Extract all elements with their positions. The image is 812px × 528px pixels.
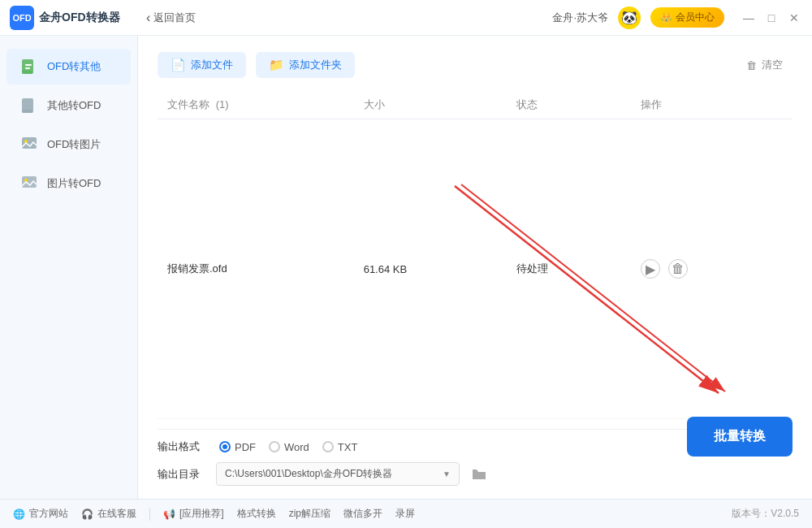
- version-label: 版本号：V2.0.5: [732, 507, 799, 521]
- radio-word[interactable]: [269, 441, 280, 452]
- add-folder-label: 添加文件夹: [289, 58, 342, 72]
- official-site-label: 官方网站: [29, 507, 68, 521]
- file-table: 文件名称 (1) 大小 状态 操作 报销发票.ofd 61.64 KB 待处理: [158, 91, 793, 419]
- content-area: 📄 添加文件 📁 添加文件夹 🗑 清空 文件名称 (1): [138, 36, 812, 499]
- table-header-row: 文件名称 (1) 大小 状态 操作: [158, 91, 793, 119]
- path-input[interactable]: C:\Users\001\Desktop\金舟OFD转换器 ▼: [216, 462, 460, 486]
- svg-text:OFD: OFD: [22, 70, 32, 75]
- back-button[interactable]: ‹ 返回首页: [140, 7, 202, 28]
- action-icons: ▶ 🗑: [641, 259, 783, 279]
- globe-icon: 🌐: [13, 509, 25, 520]
- logo-icon: OFD: [10, 6, 34, 30]
- footer-online-service[interactable]: 🎧 在线客服: [81, 507, 136, 521]
- file-name-cell: 报销发票.ofd: [158, 119, 354, 419]
- app-title: 金舟OFD转换器: [39, 11, 120, 25]
- back-arrow-icon: ‹: [146, 11, 150, 25]
- sidebar-item-other-to-ofd[interactable]: OFD 其他转OFD: [6, 88, 131, 123]
- zip-label: zip解压缩: [289, 507, 330, 521]
- path-text: C:\Users\001\Desktop\金舟OFD转换器: [225, 467, 392, 481]
- online-service-label: 在线客服: [97, 507, 136, 521]
- divider: [149, 508, 150, 521]
- trash-icon: 🗑: [746, 59, 757, 71]
- output-label: 输出目录: [158, 467, 206, 482]
- col-header-status: 状态: [507, 91, 631, 119]
- clear-label: 清空: [762, 58, 783, 72]
- radio-txt[interactable]: [322, 441, 334, 452]
- svg-rect-2: [25, 67, 30, 69]
- main-layout: OFD OFD转其他 OFD 其他转OFD OFD转图片: [0, 36, 812, 499]
- col-header-actions: 操作: [631, 91, 793, 119]
- ofd-to-other-icon: OFD: [19, 57, 39, 76]
- ofd-to-image-icon: [19, 135, 39, 154]
- footer-format-convert[interactable]: 格式转换: [237, 507, 276, 521]
- convert-button-area: 批量转换: [687, 417, 793, 457]
- batch-convert-button[interactable]: 批量转换: [687, 417, 793, 457]
- radio-pdf[interactable]: [219, 441, 231, 452]
- toolbar: 📄 添加文件 📁 添加文件夹 🗑 清空: [158, 52, 793, 78]
- nav-area: ‹ 返回首页: [140, 7, 552, 28]
- screen-record-label: 录屏: [395, 507, 415, 521]
- title-bar: OFD 金舟OFD转换器 ‹ 返回首页 金舟·苏大爷 🐼 👑 会员中心 — □ …: [0, 0, 812, 36]
- footer-bar: 🌐 官方网站 🎧 在线客服 📢 [应用推荐] 格式转换 zip解压缩 微信多开 …: [0, 499, 812, 528]
- sidebar-item-ofd-to-image[interactable]: OFD转图片: [6, 127, 131, 162]
- format-word-label: Word: [284, 441, 309, 453]
- svg-text:OFD: OFD: [22, 109, 32, 114]
- sidebar-label-ofd-to-image: OFD转图片: [47, 137, 101, 152]
- user-avatar: 🐼: [618, 6, 641, 29]
- file-status-cell: 待处理: [507, 119, 631, 419]
- footer-zip[interactable]: zip解压缩: [289, 507, 330, 521]
- app-logo: OFD 金舟OFD转换器: [10, 6, 140, 30]
- other-to-ofd-icon: OFD: [19, 96, 39, 115]
- svg-rect-1: [25, 64, 32, 66]
- format-word[interactable]: Word: [269, 441, 309, 453]
- folder-browse-button[interactable]: [469, 465, 489, 484]
- sidebar-label-other-to-ofd: 其他转OFD: [47, 98, 101, 113]
- minimize-button[interactable]: —: [741, 10, 757, 26]
- window-controls: — □ ✕: [741, 10, 802, 26]
- table-row: 报销发票.ofd 61.64 KB 待处理 ▶ 🗑: [158, 119, 793, 419]
- footer-screen-record[interactable]: 录屏: [395, 507, 415, 521]
- vip-label: 会员中心: [676, 11, 715, 24]
- recommend-icon: 📢: [163, 509, 175, 520]
- clear-button[interactable]: 🗑 清空: [736, 52, 793, 78]
- file-size-cell: 61.64 KB: [354, 119, 507, 419]
- add-file-button[interactable]: 📄 添加文件: [158, 52, 246, 78]
- format-txt[interactable]: TXT: [322, 441, 358, 453]
- add-file-icon: 📄: [171, 58, 186, 72]
- delete-button[interactable]: 🗑: [668, 259, 688, 279]
- weixin-label: 微信多开: [343, 507, 382, 521]
- format-pdf-label: PDF: [235, 441, 256, 453]
- sidebar-label-image-to-ofd: 图片转OFD: [47, 176, 101, 191]
- close-button[interactable]: ✕: [786, 10, 802, 26]
- sidebar: OFD OFD转其他 OFD 其他转OFD OFD转图片: [0, 36, 138, 499]
- sidebar-item-ofd-to-other[interactable]: OFD OFD转其他: [6, 49, 131, 84]
- add-folder-button[interactable]: 📁 添加文件夹: [256, 52, 355, 78]
- footer-app-recommend[interactable]: 📢 [应用推荐]: [163, 507, 224, 521]
- vip-button[interactable]: 👑 会员中心: [650, 7, 724, 28]
- output-row: 输出目录 C:\Users\001\Desktop\金舟OFD转换器 ▼: [158, 462, 793, 486]
- user-name: 金舟·苏大爷: [552, 11, 608, 25]
- add-file-label: 添加文件: [191, 58, 233, 72]
- play-button[interactable]: ▶: [641, 259, 660, 279]
- image-to-ofd-icon: [19, 174, 39, 193]
- footer-official-site[interactable]: 🌐 官方网站: [13, 507, 68, 521]
- app-recommend-label: [应用推荐]: [179, 507, 224, 521]
- file-count: (1): [216, 98, 229, 110]
- back-label: 返回首页: [153, 11, 196, 25]
- footer-weixin-multi[interactable]: 微信多开: [343, 507, 382, 521]
- file-actions-cell: ▶ 🗑: [631, 119, 793, 419]
- sidebar-item-image-to-ofd[interactable]: 图片转OFD: [6, 166, 131, 201]
- chevron-down-icon: ▼: [443, 470, 451, 478]
- add-folder-icon: 📁: [269, 58, 284, 72]
- format-convert-label: 格式转换: [237, 507, 276, 521]
- headset-icon: 🎧: [81, 509, 93, 520]
- format-label: 输出格式: [158, 439, 206, 454]
- crown-icon: 👑: [660, 12, 672, 24]
- format-pdf[interactable]: PDF: [219, 441, 256, 453]
- maximize-button[interactable]: □: [763, 10, 780, 26]
- col-header-name: 文件名称 (1): [158, 91, 354, 119]
- col-header-size: 大小: [354, 91, 507, 119]
- sidebar-label-ofd-to-other: OFD转其他: [47, 59, 101, 74]
- title-bar-right: 金舟·苏大爷 🐼 👑 会员中心 — □ ✕: [552, 6, 802, 29]
- format-txt-label: TXT: [338, 441, 358, 453]
